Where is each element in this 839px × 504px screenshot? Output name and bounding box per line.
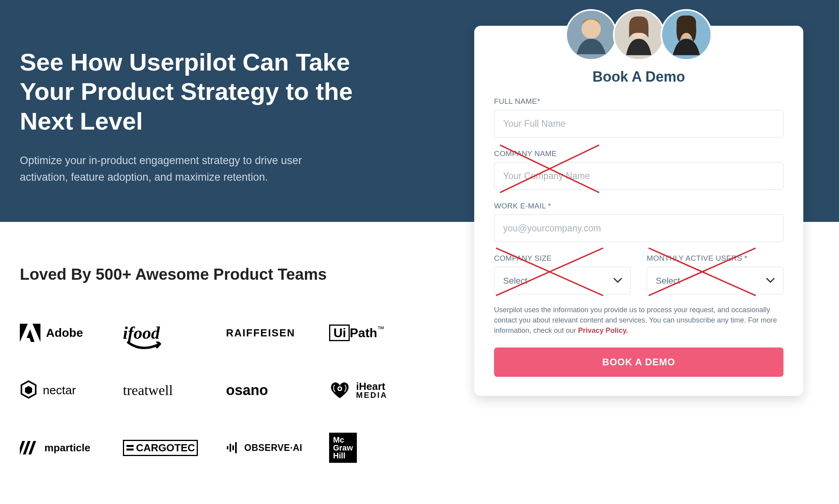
logo-label: treatwell [123, 382, 173, 399]
logo-uipath-suffix: Path [350, 326, 377, 340]
form-title: Book A Demo [494, 69, 783, 85]
hero-heading: See How Userpilot Can Take Your Product … [20, 48, 397, 136]
mparticle-icon [20, 441, 39, 454]
logo-label: ifood [123, 323, 160, 343]
svg-rect-7 [235, 442, 237, 453]
mau-select[interactable]: Select [647, 267, 783, 294]
work-email-input[interactable] [494, 214, 783, 242]
adobe-icon [20, 324, 40, 342]
ifood-swoosh-icon [126, 342, 162, 350]
svg-point-1 [339, 388, 341, 390]
logo-iheart-bottom: MEDIA [356, 391, 387, 399]
logo-adobe: Adobe [20, 323, 113, 343]
hero-subheading: Optimize your in-product engagement stra… [20, 153, 345, 186]
svg-rect-3 [126, 449, 134, 451]
logo-ifood: ifood [123, 323, 216, 343]
logo-mgh-1: Mc [333, 436, 353, 444]
demo-form-card: Book A Demo FULL NAME* COMPANY NAME WORK… [474, 26, 803, 396]
logo-label: nectar [43, 384, 76, 397]
field-company-name: COMPANY NAME [494, 149, 783, 190]
company-size-select[interactable]: Select [494, 267, 631, 294]
observeai-icon [226, 441, 239, 454]
logo-label: RAIFFEISEN [226, 327, 295, 339]
field-mau: MONTHLY ACTIVE USERS * Select [647, 254, 783, 294]
logo-label: osano [226, 382, 268, 399]
privacy-policy-link[interactable]: Privacy Policy. [578, 326, 628, 334]
svg-rect-2 [126, 445, 134, 447]
svg-rect-6 [232, 445, 234, 450]
avatar [613, 9, 665, 61]
logo-label: Adobe [46, 326, 83, 340]
avatar [565, 9, 617, 61]
field-company-size: COMPANY SIZE Select [494, 254, 631, 294]
logo-mcgrawhill: Mc Graw Hill [329, 438, 422, 458]
logo-iheart-top: iHeart [356, 382, 387, 391]
team-avatars [565, 9, 712, 61]
logo-nectar: nectar [20, 380, 113, 400]
iheart-icon [329, 382, 351, 399]
form-disclaimer: Userpilot uses the information you provi… [494, 305, 783, 336]
logo-treatwell: treatwell [123, 380, 216, 400]
logo-mparticle: mparticle [20, 438, 113, 458]
field-work-email: WORK E-MAIL * [494, 202, 783, 242]
mau-label: MONTHLY ACTIVE USERS * [647, 254, 783, 263]
logo-mgh-2: Graw [333, 444, 353, 452]
logo-label: mparticle [44, 442, 90, 454]
book-demo-button[interactable]: BOOK A DEMO [494, 347, 783, 377]
avatar [661, 9, 712, 61]
work-email-label: WORK E-MAIL * [494, 202, 783, 210]
logo-label: CARGOTEC [136, 442, 195, 454]
company-name-input[interactable] [494, 162, 783, 190]
full-name-label: FULL NAME* [494, 97, 783, 106]
nectar-icon [20, 380, 37, 400]
logo-iheart: iHeart MEDIA [329, 380, 422, 400]
logo-osano: osano [226, 380, 319, 400]
company-size-label: COMPANY SIZE [494, 254, 631, 263]
logo-mgh-3: Hill [333, 452, 353, 460]
logo-raiffeisen: RAIFFEISEN [226, 323, 319, 343]
field-full-name: FULL NAME* [494, 97, 783, 137]
logo-uipath: UiPath™ [329, 323, 422, 343]
logo-observeai: OBSERVE·AI [226, 438, 319, 458]
full-name-input[interactable] [494, 110, 783, 137]
logo-cargotec: CARGOTEC [123, 438, 216, 458]
svg-rect-5 [230, 444, 231, 452]
company-name-label: COMPANY NAME [494, 149, 783, 158]
disclaimer-text: Userpilot uses the information you provi… [494, 306, 777, 334]
logo-label: OBSERVE·AI [244, 443, 302, 453]
svg-rect-4 [227, 446, 228, 449]
cargotec-icon [126, 443, 134, 452]
